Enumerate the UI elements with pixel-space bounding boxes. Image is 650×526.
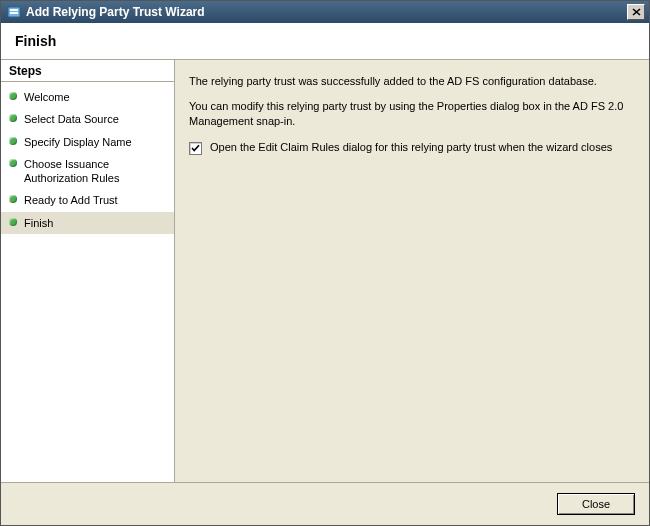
page-title: Finish xyxy=(15,33,635,49)
button-bar: Close xyxy=(1,482,649,525)
page-header: Finish xyxy=(1,23,649,60)
step-bullet-icon xyxy=(9,92,17,100)
step-bullet-icon xyxy=(9,137,17,145)
steps-list: Welcome Select Data Source Specify Displ… xyxy=(1,82,174,234)
step-ready-to-add-trust[interactable]: Ready to Add Trust xyxy=(1,189,174,211)
step-label: Specify Display Name xyxy=(24,135,132,149)
step-label: Select Data Source xyxy=(24,112,119,126)
step-bullet-icon xyxy=(9,195,17,203)
close-icon xyxy=(632,8,641,16)
success-message: The relying party trust was successfully… xyxy=(189,74,635,89)
open-claim-rules-label: Open the Edit Claim Rules dialog for thi… xyxy=(210,141,612,153)
close-button[interactable]: Close xyxy=(557,493,635,515)
open-claim-rules-option: Open the Edit Claim Rules dialog for thi… xyxy=(189,141,635,155)
window-close-button[interactable] xyxy=(627,4,645,20)
info-message: You can modify this relying party trust … xyxy=(189,99,635,129)
steps-sidebar: Steps Welcome Select Data Source Specify… xyxy=(1,60,175,482)
app-icon xyxy=(7,5,21,19)
step-label: Finish xyxy=(24,216,53,230)
titlebar: Add Relying Party Trust Wizard xyxy=(1,1,649,23)
steps-heading: Steps xyxy=(1,60,174,82)
window-title: Add Relying Party Trust Wizard xyxy=(26,5,627,19)
step-label: Ready to Add Trust xyxy=(24,193,118,207)
step-welcome[interactable]: Welcome xyxy=(1,86,174,108)
content-main: The relying party trust was successfully… xyxy=(189,74,635,472)
step-specify-display-name[interactable]: Specify Display Name xyxy=(1,131,174,153)
content-pane: The relying party trust was successfully… xyxy=(175,60,649,482)
step-bullet-icon xyxy=(9,218,17,226)
checkmark-icon xyxy=(190,143,201,154)
step-finish[interactable]: Finish xyxy=(1,212,174,234)
step-label: Choose Issuance Authorization Rules xyxy=(24,157,168,186)
step-choose-issuance-rules[interactable]: Choose Issuance Authorization Rules xyxy=(1,153,174,190)
open-claim-rules-checkbox[interactable] xyxy=(189,142,202,155)
step-bullet-icon xyxy=(9,114,17,122)
step-bullet-icon xyxy=(9,159,17,167)
svg-rect-1 xyxy=(10,9,18,11)
step-select-data-source[interactable]: Select Data Source xyxy=(1,108,174,130)
step-label: Welcome xyxy=(24,90,70,104)
svg-rect-2 xyxy=(10,12,18,14)
wizard-window: Add Relying Party Trust Wizard Finish St… xyxy=(0,0,650,526)
wizard-body: Steps Welcome Select Data Source Specify… xyxy=(1,60,649,482)
